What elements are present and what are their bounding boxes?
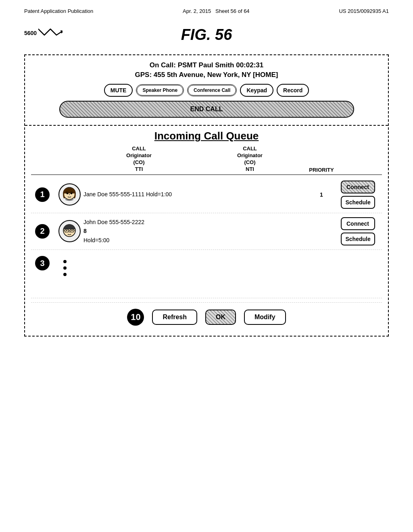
figure-number: 5600 — [24, 30, 37, 36]
queue-name-1: Jane Doe 555-555-1111 Hold=1:00 — [83, 191, 172, 197]
ok-button[interactable]: OK — [205, 310, 236, 325]
queue-info-2: John Doe 555-555-2222 8 Hold=5:00 — [83, 218, 305, 245]
keypad-button[interactable]: Keypad — [240, 84, 273, 97]
avatar-2 — [55, 220, 83, 242]
bottom-row: 10 Refresh OK Modify — [31, 302, 382, 332]
figure-title: FIG. 56 — [24, 26, 389, 44]
queue-header: CALL Originator (CO) TTI CALL Originator… — [31, 145, 382, 175]
patent-number: US 2015/0092935 A1 — [339, 8, 389, 14]
avatar-1 — [55, 183, 83, 206]
figure-number-area: 5600 — [24, 27, 63, 39]
modify-button[interactable]: Modify — [244, 310, 286, 325]
queue-num-3: 3 — [35, 256, 55, 271]
dot-3 — [63, 273, 67, 276]
connect-button-1[interactable]: Connect — [341, 181, 375, 193]
main-content-box: On Call: PSMT Paul Smith 00:02:31 GPS: 4… — [24, 54, 389, 337]
queue-title: Incoming Call Queue — [31, 130, 382, 142]
schedule-button-2[interactable]: Schedule — [341, 233, 375, 245]
face-icon-2 — [59, 221, 79, 241]
call-section: On Call: PSMT Paul Smith 00:02:31 GPS: 4… — [25, 55, 388, 126]
queue-priority-1: 1 — [305, 191, 338, 198]
header-col-tti: CALL Originator (CO) TTI — [83, 145, 194, 173]
record-button[interactable]: Record — [277, 84, 309, 97]
call-info-line1: On Call: PSMT Paul Smith 00:02:31 — [33, 61, 380, 69]
sheet-label: Sheet 56 of 64 — [215, 8, 250, 14]
queue-actions-2: Connect Schedule — [338, 217, 378, 245]
figure-area: 5600 FIG. 56 — [0, 18, 413, 50]
end-call-container: END CALL — [59, 101, 354, 118]
page-header: Patent Application Publication Apr. 2, 2… — [0, 0, 413, 18]
queue-row-2: 2 — [31, 213, 382, 250]
svg-point-2 — [67, 193, 69, 194]
date-label: Apr. 2, 2015 — [183, 8, 211, 14]
svg-point-3 — [71, 193, 73, 194]
queue-hold-2: Hold=5:00 — [83, 237, 109, 243]
mute-button[interactable]: MUTE — [104, 84, 133, 97]
connect-button-2[interactable]: Connect — [341, 217, 375, 230]
svg-point-11 — [71, 230, 73, 231]
queue-section: Incoming Call Queue CALL Originator (CO)… — [25, 126, 388, 336]
queue-num-10: 10 — [127, 309, 144, 326]
svg-point-10 — [66, 230, 67, 231]
queue-num-2: 2 — [35, 224, 55, 239]
conference-call-button[interactable]: Conference Call — [187, 84, 237, 96]
call-info-line2: GPS: 455 5th Avenue, New York, NY [HOME] — [33, 71, 380, 79]
queue-row-1: 1 — [31, 177, 382, 213]
arrow-icon — [38, 27, 63, 39]
publication-label: Patent Application Publication — [24, 8, 93, 14]
call-buttons-row: MUTE Speaker Phone Conference Call Keypa… — [33, 84, 380, 97]
face-icon-1 — [59, 185, 79, 205]
header-priority: PRIORITY — [305, 167, 338, 173]
queue-priority-num-2: 8 — [83, 227, 305, 235]
speaker-phone-button[interactable]: Speaker Phone — [136, 84, 184, 96]
queue-num-1: 1 — [35, 187, 55, 202]
queue-info-1: Jane Doe 555-555-1111 Hold=1:00 — [83, 190, 305, 199]
end-call-button[interactable]: END CALL — [59, 101, 354, 118]
queue-actions-1: Connect Schedule — [338, 181, 378, 209]
date-sheet: Apr. 2, 2015 Sheet 56 of 64 — [183, 8, 250, 14]
schedule-button-1[interactable]: Schedule — [341, 196, 375, 209]
queue-row-3: 3 — [31, 250, 382, 298]
refresh-button[interactable]: Refresh — [152, 310, 197, 325]
dot-2 — [63, 266, 67, 270]
header-col-nti: CALL Originator (CO) NTI — [194, 145, 305, 173]
queue-name-2: John Doe 555-555-2222 — [83, 219, 144, 225]
dot-1 — [63, 260, 67, 263]
